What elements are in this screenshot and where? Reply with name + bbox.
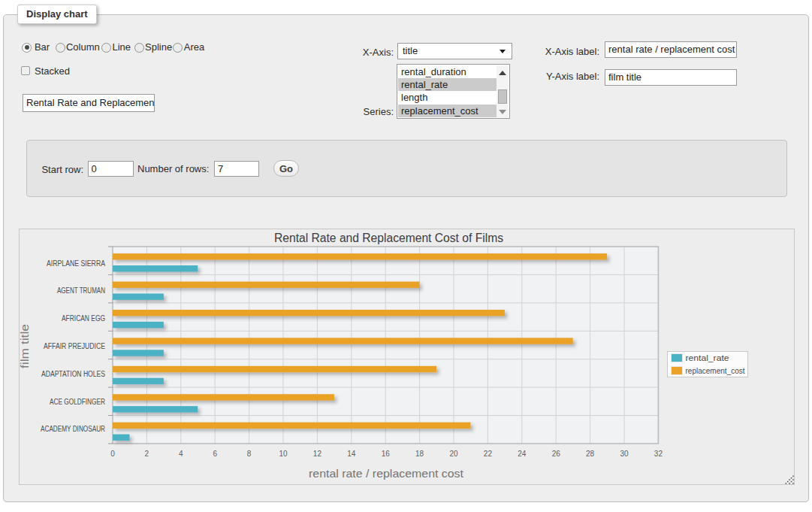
- svg-text:30: 30: [620, 450, 629, 458]
- svg-text:AFRICAN EGG: AFRICAN EGG: [62, 314, 105, 323]
- svg-text:14: 14: [347, 450, 356, 458]
- svg-text:film title: film title: [20, 324, 31, 368]
- svg-text:AIRPLANE SIERRA: AIRPLANE SIERRA: [47, 259, 105, 268]
- svg-text:rental_rate: rental_rate: [686, 353, 729, 362]
- svg-text:rental rate / replacement cost: rental rate / replacement cost: [309, 467, 464, 480]
- svg-text:ACE GOLDFINGER: ACE GOLDFINGER: [50, 398, 105, 406]
- svg-text:0: 0: [110, 450, 115, 458]
- svg-text:10: 10: [279, 450, 288, 458]
- svg-text:6: 6: [213, 450, 217, 458]
- svg-text:16: 16: [382, 450, 391, 458]
- svg-text:AGENT TRUMAN: AGENT TRUMAN: [57, 286, 105, 295]
- svg-text:ADAPTATION HOLES: ADAPTATION HOLES: [41, 370, 105, 378]
- svg-text:18: 18: [415, 450, 424, 458]
- svg-text:4: 4: [179, 450, 183, 458]
- svg-text:ACADEMY DINOSAUR: ACADEMY DINOSAUR: [41, 425, 105, 433]
- svg-text:replacement_cost: replacement_cost: [686, 366, 745, 375]
- svg-text:8: 8: [247, 450, 252, 458]
- svg-text:20: 20: [449, 450, 458, 458]
- svg-text:28: 28: [586, 450, 595, 458]
- svg-text:24: 24: [518, 450, 527, 458]
- svg-text:2: 2: [145, 450, 149, 458]
- svg-text:Rental Rate and Replacement Co: Rental Rate and Replacement Cost of Film…: [274, 232, 503, 244]
- svg-text:22: 22: [484, 450, 493, 458]
- svg-text:12: 12: [313, 450, 322, 458]
- svg-text:26: 26: [552, 450, 561, 458]
- svg-text:AFFAIR PREJUDICE: AFFAIR PREJUDICE: [44, 342, 105, 350]
- svg-text:32: 32: [654, 450, 663, 458]
